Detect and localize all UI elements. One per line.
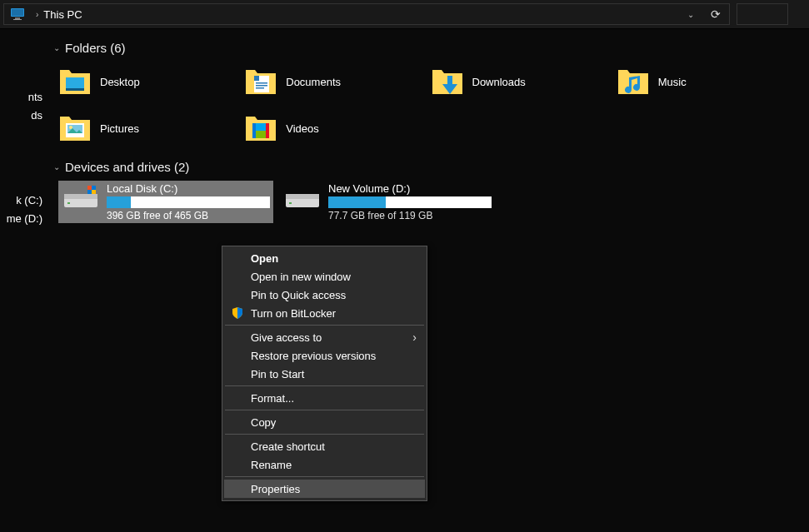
menu-copy[interactable]: Copy: [224, 413, 425, 431]
drive-name: New Volume (D:): [328, 182, 492, 195]
svg-point-13: [69, 126, 72, 129]
drive-icon: [283, 182, 322, 212]
drive-usage-bar: [328, 196, 492, 208]
menu-rename[interactable]: Rename: [224, 455, 425, 474]
shield-icon: [231, 306, 244, 320]
svg-rect-24: [67, 202, 70, 204]
desktop-icon: [58, 65, 92, 98]
chevron-down-icon[interactable]: ⌄: [679, 10, 702, 19]
chevron-right-icon: ›: [36, 10, 38, 19]
svg-rect-1: [12, 9, 23, 16]
svg-rect-2: [15, 17, 20, 19]
chevron-down-icon: ⌄: [53, 43, 60, 52]
svg-rect-10: [256, 87, 264, 89]
menu-format[interactable]: Format...: [224, 389, 425, 407]
submenu-arrow-icon: ›: [412, 331, 417, 344]
menu-create-shortcut[interactable]: Create shortcut: [224, 437, 425, 455]
menu-separator: [225, 476, 424, 477]
context-menu: Open Open in new window Pin to Quick acc…: [222, 246, 427, 501]
section-title: Devices and drives (2): [65, 160, 189, 174]
folder-desktop[interactable]: Desktop: [58, 62, 244, 102]
chevron-down-icon: ⌄: [53, 162, 60, 172]
section-title: Folders (6): [65, 41, 126, 55]
menu-restore-versions[interactable]: Restore previous versions: [224, 346, 425, 365]
content-pane: ⌄ Folders (6) Desktop Documents: [47, 29, 809, 532]
svg-rect-27: [289, 202, 292, 204]
downloads-icon: [431, 65, 464, 98]
music-icon: [617, 65, 650, 98]
folder-label: Downloads: [472, 76, 526, 88]
menu-give-access[interactable]: Give access to›: [224, 328, 425, 346]
breadcrumb[interactable]: › This PC ⌄ ⟳: [3, 3, 730, 25]
drive-usage-bar: [107, 196, 270, 208]
menu-separator: [225, 434, 424, 435]
menu-open-new-window[interactable]: Open in new window: [224, 267, 425, 286]
drives-section-header[interactable]: ⌄ Devices and drives (2): [53, 160, 802, 174]
folder-documents[interactable]: Documents: [244, 62, 430, 102]
folder-music[interactable]: Music: [617, 62, 802, 102]
drives-row: Local Disk (C:) 396 GB free of 465 GB Ne…: [53, 181, 802, 223]
folders-grid: Desktop Documents Downloads: [53, 62, 802, 148]
refresh-icon[interactable]: ⟳: [702, 7, 729, 21]
svg-rect-22: [87, 186, 92, 190]
folder-label: Pictures: [100, 122, 139, 135]
folder-label: Desktop: [100, 76, 140, 88]
documents-icon: [244, 65, 277, 98]
folder-label: Documents: [286, 76, 341, 88]
svg-rect-8: [256, 82, 267, 84]
menu-pin-quick-access[interactable]: Pin to Quick access: [224, 286, 425, 304]
menu-properties[interactable]: Properties: [224, 480, 425, 498]
drive-free-text: 77.7 GB free of 119 GB: [328, 210, 492, 221]
menu-separator: [225, 410, 424, 410]
svg-rect-5: [66, 88, 84, 91]
address-bar: › This PC ⌄ ⟳: [0, 0, 809, 29]
svg-rect-4: [66, 77, 84, 90]
drive-name: Local Disk (C:): [107, 182, 270, 195]
svg-rect-15: [252, 123, 256, 138]
menu-separator: [225, 325, 424, 326]
menu-bitlocker[interactable]: Turn on BitLocker: [224, 304, 425, 322]
svg-rect-20: [64, 194, 97, 199]
sidebar-item[interactable]: ds: [0, 106, 46, 124]
svg-rect-9: [256, 85, 267, 87]
svg-rect-16: [266, 123, 269, 138]
folder-label: Videos: [286, 122, 319, 135]
drive-d[interactable]: New Volume (D:) 77.7 GB free of 119 GB: [280, 181, 495, 223]
sidebar-item[interactable]: nts: [0, 87, 46, 106]
folder-videos[interactable]: Videos: [244, 108, 430, 148]
folder-downloads[interactable]: Downloads: [431, 62, 617, 102]
location-text: This PC: [43, 8, 82, 21]
menu-open[interactable]: Open: [224, 249, 425, 267]
search-input[interactable]: [737, 3, 788, 25]
svg-rect-18: [256, 131, 266, 138]
svg-rect-26: [286, 194, 319, 199]
videos-icon: [244, 112, 277, 145]
folder-pictures[interactable]: Pictures: [58, 108, 244, 148]
menu-separator: [225, 385, 424, 386]
navigation-pane: nts ds k (C:) me (D:): [0, 29, 47, 532]
svg-rect-7: [254, 76, 259, 81]
folder-label: Music: [658, 76, 687, 88]
sidebar-item[interactable]: k (C:): [0, 191, 46, 209]
drive-icon: [62, 182, 100, 212]
menu-pin-start[interactable]: Pin to Start: [224, 365, 425, 383]
svg-rect-23: [92, 190, 96, 194]
svg-rect-17: [256, 123, 266, 131]
drive-c[interactable]: Local Disk (C:) 396 GB free of 465 GB: [58, 181, 273, 223]
this-pc-icon: [9, 6, 26, 22]
drive-free-text: 396 GB free of 465 GB: [107, 210, 270, 221]
svg-rect-3: [13, 19, 22, 20]
sidebar-item[interactable]: me (D:): [0, 209, 46, 227]
folders-section-header[interactable]: ⌄ Folders (6): [53, 41, 802, 55]
pictures-icon: [58, 112, 92, 145]
